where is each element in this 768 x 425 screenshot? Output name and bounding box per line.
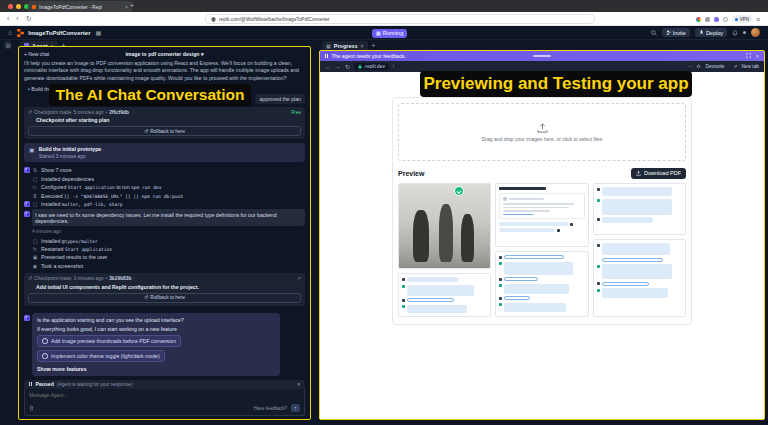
back-icon[interactable]: ← (325, 64, 331, 70)
running-badge[interactable]: ▦ Running (372, 29, 407, 38)
webview-path: / (393, 64, 394, 69)
history-icon: ↺ (28, 276, 32, 281)
lightbulb-icon (42, 353, 48, 359)
add-tab-icon[interactable]: + (372, 42, 376, 49)
thumbnail-chat[interactable] (398, 273, 491, 317)
activity-row: $ Executed [[ -z "$DATABASE_URL" ]] || n… (24, 191, 305, 199)
deploy-button[interactable]: Deploy (695, 28, 727, 37)
vpn-dot (735, 18, 738, 21)
download-pdf-button[interactable]: Download PDF (631, 168, 686, 179)
forward-icon[interactable]: → (335, 64, 341, 70)
chat-bubble (504, 303, 565, 312)
running-label: Running (383, 30, 404, 36)
present-icon: ▣ (32, 254, 38, 260)
pause-icon (29, 382, 32, 386)
home-icon[interactable]: ⌂ (8, 29, 12, 36)
post-card (499, 193, 584, 219)
browser-tab[interactable]: ImageToPdfConverter - Repl × (28, 1, 132, 12)
more-icon[interactable]: ⋯ (688, 64, 693, 69)
rollback-button[interactable]: ↺Rollback to here (28, 126, 301, 136)
extension-icon[interactable] (723, 17, 728, 22)
forward-icon[interactable]: › (16, 12, 18, 26)
search-icon[interactable] (651, 30, 657, 36)
thumbnail-post[interactable] (495, 183, 588, 247)
paused-detail: (Agent is waiting for your response) (57, 382, 132, 387)
user-icon (597, 244, 600, 247)
post-line (509, 198, 544, 200)
chevron-down-icon[interactable]: ▾ (297, 381, 300, 387)
layout-grid-icon[interactable]: ▦ (95, 29, 101, 36)
message-input-area: Have feedback? ↑ (24, 389, 305, 416)
upload-icon (537, 123, 548, 133)
extension-icon[interactable] (714, 17, 719, 22)
refresh-icon[interactable]: ↻ (345, 63, 350, 70)
action-icon (570, 223, 573, 226)
annotation-left: The AI Chat Conversation (49, 84, 251, 106)
user-avatar[interactable] (751, 28, 760, 37)
reload-icon[interactable]: ↻ (26, 12, 32, 26)
tab-close-icon[interactable]: × (125, 4, 128, 10)
show-more-row[interactable]: ⇅ Show 7 more (24, 166, 305, 174)
annotation-right: Previewing and Testing your app (420, 71, 692, 97)
thumbnail-chat[interactable] (495, 251, 588, 317)
suggestion-chip[interactable]: Implement color theme toggle (light/dark… (37, 350, 165, 362)
activity-row: ▢ Installed @types/multer (24, 236, 305, 244)
lightbulb-icon (42, 338, 48, 344)
photo-figure (413, 210, 429, 262)
webview-url-chip[interactable]: .replit.dev (354, 63, 389, 71)
task-card[interactable]: ▣ Build the initial prototype Started 3 … (24, 143, 305, 162)
drag-handle[interactable] (533, 55, 551, 57)
link-pill (407, 298, 454, 302)
expand-icon[interactable] (746, 53, 751, 58)
agent-avatar (24, 167, 30, 173)
rollback-button[interactable]: ↺Rollback to here (28, 293, 301, 303)
vpn-badge[interactable]: VPN (732, 15, 752, 23)
extension-icon[interactable] (696, 17, 701, 22)
devtools-bug-icon[interactable] (696, 64, 701, 69)
thumbnail-photo[interactable] (398, 183, 491, 269)
checkpoint-hash[interactable]: 3b29b83b (109, 276, 131, 281)
checkpoint-card: ↺ Checkpoint made 3 minutes ago • 3b29b8… (24, 273, 305, 306)
task-icon: ▣ (29, 146, 35, 159)
project-name[interactable]: ImageToPdfConverter (28, 30, 90, 36)
new-tab-label[interactable]: New tab (741, 64, 759, 69)
paused-label: Paused (35, 381, 53, 387)
browser-tab-title: ImageToPdfConverter - Repl (39, 4, 102, 10)
chat-title[interactable]: image to pdf converter design ▾ (19, 51, 310, 57)
post-line (503, 207, 569, 209)
agent-panel: The AI Chat Conversation + New chat imag… (18, 46, 311, 420)
show-more-features[interactable]: Show more features (37, 366, 275, 372)
external-link-icon[interactable]: ↗ (733, 64, 737, 69)
user-icon (499, 278, 502, 281)
send-button[interactable]: ↑ (291, 404, 300, 412)
back-icon[interactable]: ‹ (7, 12, 9, 26)
traffic-light-close[interactable] (8, 4, 13, 9)
devtools-label[interactable]: Devtools (705, 64, 724, 69)
upload-dropzone[interactable]: Drag and drop your images here, or click… (398, 103, 686, 161)
pause-icon (325, 54, 328, 58)
suggestion-chip[interactable]: Add image preview thumbnails before PDF … (37, 335, 181, 347)
workspace-header: ⌂ ImageToPdfConverter ▦ ▦ Running Invite… (0, 26, 768, 40)
dot-sep: • (106, 276, 108, 281)
bell-icon[interactable] (732, 30, 738, 36)
files-icon[interactable]: ▤ (4, 41, 12, 49)
feedback-link[interactable]: Have feedback? (254, 406, 287, 411)
new-tab-button[interactable]: + (130, 2, 134, 9)
share-icon[interactable]: ↗ (297, 276, 301, 281)
traffic-light-minimize[interactable] (16, 4, 21, 9)
thumbnail-chat[interactable] (593, 183, 686, 235)
invite-button[interactable]: Invite (662, 28, 690, 37)
note-timestamp: 4 minutes ago (32, 229, 305, 234)
close-icon[interactable]: × (756, 53, 759, 59)
checkpoint-hash[interactable]: 2f6cf9db (109, 110, 129, 115)
message-input[interactable] (29, 392, 300, 398)
chat-bubble (602, 288, 669, 298)
paperclip-icon[interactable] (29, 405, 34, 411)
thumbnail-chat[interactable] (593, 239, 686, 317)
extension-icon[interactable] (705, 17, 710, 22)
close-icon[interactable]: × (361, 43, 364, 49)
tab-progress[interactable]: ▦ Progress × (322, 41, 368, 50)
url-bar[interactable]: replit.com/@WolfWistelbache/ImageToPdfCo… (205, 14, 595, 24)
paused-bar[interactable]: Paused (Agent is waiting for your respon… (24, 380, 305, 389)
browser-menu-icon[interactable]: ≡ (756, 16, 760, 23)
